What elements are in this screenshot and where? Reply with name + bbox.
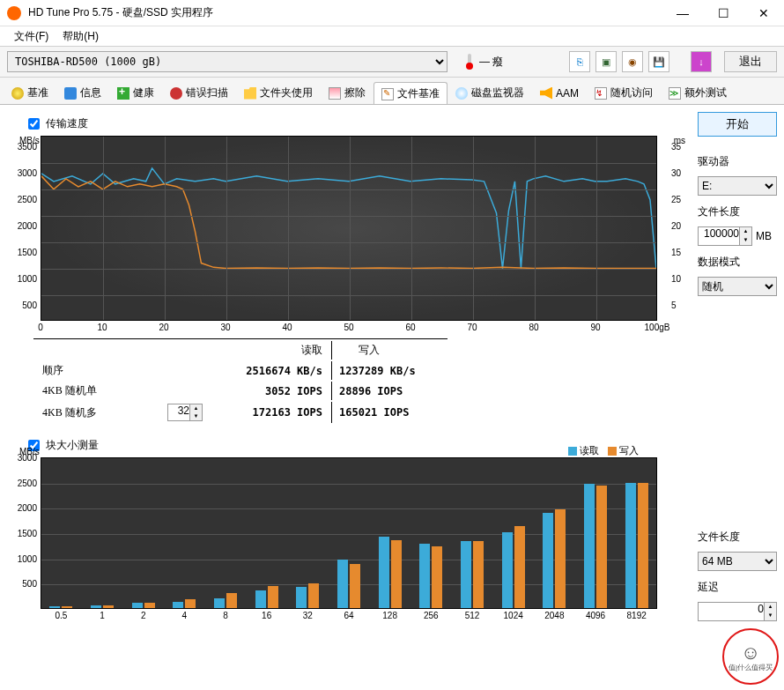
filelen2-select[interactable]: 64 MB (698, 552, 777, 571)
error-icon (170, 87, 182, 100)
blocksize-chart: MB/s50010001500200025003000 读取写入 0.51248… (14, 457, 691, 621)
health-icon (117, 87, 129, 100)
menu-file[interactable]: 文件(F) (7, 27, 55, 46)
menu-help[interactable]: 帮助(H) (55, 27, 106, 46)
tab-folder[interactable]: 文件夹使用 (236, 81, 321, 104)
folder-icon (244, 87, 256, 100)
extra-icon (669, 87, 681, 100)
mode-select[interactable]: 随机 (698, 277, 777, 296)
close-button[interactable]: ✕ (743, 0, 784, 26)
disk-icon (455, 87, 468, 100)
tab-health[interactable]: 健康 (109, 81, 162, 104)
tab-errorscan[interactable]: 错误扫描 (162, 81, 236, 104)
minimize-button[interactable]: — (662, 0, 703, 26)
drive-letter-select[interactable]: E: (698, 176, 777, 196)
tab-info[interactable]: 信息 (56, 81, 109, 104)
maximize-button[interactable]: ☐ (703, 0, 743, 26)
thermometer-icon (463, 54, 476, 70)
tab-aam[interactable]: AAM (532, 81, 587, 104)
queue-depth-input[interactable]: 32▲▼ (167, 404, 203, 421)
download-button[interactable]: ↓ (691, 51, 712, 72)
watermark: ☺ 值|什么值得买 (722, 628, 779, 685)
temperature-value: — 癈 (479, 55, 503, 70)
random-icon (595, 87, 607, 100)
erase-icon (329, 87, 341, 100)
copy-button[interactable]: ⎘ (569, 51, 590, 72)
file-icon (381, 88, 394, 100)
filelen-label: 文件长度 (698, 204, 777, 219)
delay-input[interactable]: 0▲▼ (698, 602, 777, 621)
gauge-icon (11, 87, 24, 100)
tab-benchmark[interactable]: 基准 (4, 81, 56, 104)
tab-filebench[interactable]: 文件基准 (374, 82, 447, 105)
mode-label: 数据模式 (698, 255, 777, 270)
start-button[interactable]: 开始 (698, 112, 777, 137)
transfer-check[interactable]: 传输速度 (25, 115, 691, 132)
screenshot-button[interactable]: ▣ (595, 51, 617, 72)
app-icon (7, 6, 21, 20)
window-title: HD Tune Pro 5.75 - 硬盘/SSD 实用程序 (28, 5, 662, 20)
results-table: 读取写入 顺序2516674 KB/s1237289 KB/s 4KB 随机单3… (33, 338, 447, 425)
filelen-input[interactable]: 100000▲▼ (698, 226, 752, 246)
save-button[interactable]: 💾 (648, 51, 669, 72)
transfer-chart: MB/s500100015002000250030003500 ms510152… (14, 136, 691, 333)
tab-random[interactable]: 随机访问 (587, 81, 661, 104)
speaker-icon (540, 87, 552, 100)
tab-diskmon[interactable]: 磁盘监视器 (447, 81, 532, 104)
drive-label: 驱动器 (698, 154, 777, 169)
drive-select[interactable]: TOSHIBA-RD500 (1000 gB) (7, 51, 447, 72)
exit-button[interactable]: 退出 (724, 51, 777, 72)
tab-extra[interactable]: 额外测试 (661, 81, 735, 104)
delay-label: 延迟 (698, 580, 777, 595)
info-icon (64, 87, 77, 100)
camera-button[interactable]: ◉ (622, 51, 643, 72)
tab-erase[interactable]: 擦除 (321, 81, 374, 104)
filelen2-label: 文件长度 (698, 530, 777, 545)
